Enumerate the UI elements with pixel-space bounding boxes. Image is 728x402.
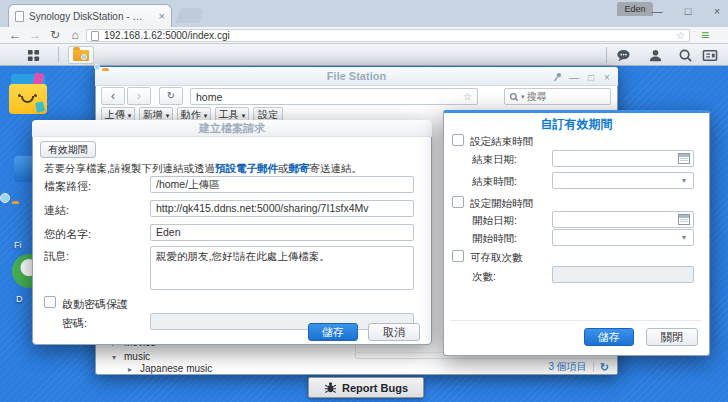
fs-maximize-icon[interactable]: □ [584, 72, 598, 84]
start-date-calendar-icon[interactable] [678, 214, 690, 225]
set-end-time-checkbox[interactable] [452, 134, 464, 146]
tab-close-icon[interactable]: × [159, 11, 165, 22]
validity-period-tab-button[interactable]: 有效期間 [40, 141, 96, 158]
report-bugs-label: Report Bugs [342, 382, 408, 394]
desktop-file-station-label: Fi [14, 240, 22, 250]
window-maximize-button[interactable]: □ [677, 4, 699, 20]
password-label: 密碼: [62, 316, 87, 331]
window-close-button[interactable]: × [706, 4, 728, 20]
end-date-label: 結束日期: [472, 153, 517, 167]
fs-path-text: home [196, 91, 463, 103]
url-page-icon [91, 31, 99, 41]
validity-close-button[interactable]: 關閉 [646, 328, 698, 346]
bug-icon [324, 381, 337, 394]
main-menu-grid-icon [27, 49, 40, 62]
start-date-label: 開始日期: [472, 214, 517, 228]
search-icon [678, 48, 693, 63]
fs-back-button[interactable]: ‹ [101, 87, 125, 105]
validity-save-button[interactable]: 儲存 [584, 328, 634, 346]
tree-item-japanese-music[interactable]: Japanese music [140, 363, 212, 374]
fs-forward-button[interactable]: › [127, 87, 151, 105]
request-cancel-button[interactable]: 取消 [368, 323, 420, 341]
count-label: 次數: [472, 270, 496, 284]
set-start-time-checkbox[interactable] [452, 196, 464, 208]
end-date-field[interactable] [552, 150, 694, 167]
tab-title: Synology DiskStation - … [29, 11, 154, 22]
file-station-folder-icon [73, 50, 89, 61]
fs-minimize-icon[interactable]: — [567, 72, 581, 84]
message-textarea[interactable]: 親愛的朋友,您好!請在此處上傳檔案。 [150, 246, 414, 290]
set-end-time-label: 設定結束時間 [470, 135, 533, 149]
home-icon[interactable]: ⌂ [66, 28, 84, 43]
tab-favicon [15, 11, 24, 22]
access-count-checkbox[interactable] [452, 250, 464, 262]
link-label: 連結: [44, 203, 69, 218]
desktop-download-label: D [16, 294, 23, 304]
tree-arrow-japanese-music[interactable]: ▸ [128, 365, 132, 374]
fs-status-refresh-icon[interactable]: ↻ [600, 361, 609, 373]
enable-password-checkbox[interactable] [44, 296, 56, 308]
chat-bubble-icon [616, 48, 631, 63]
file-path-label: 檔案路徑: [44, 179, 91, 194]
mail-link[interactable]: 郵寄 [288, 162, 309, 174]
fs-search-input[interactable] [527, 91, 589, 102]
fs-path-field[interactable]: home ☆ [190, 88, 478, 105]
new-tab-button[interactable] [176, 8, 205, 23]
fs-search-icon [509, 92, 519, 102]
count-field[interactable] [552, 266, 694, 283]
url-bar[interactable]: 192.168.1.62:5000/index.cgi ☆ [86, 29, 690, 42]
validity-footer-divider [451, 320, 702, 321]
create-request-dialog-title: 建立檔案請求 [32, 120, 432, 137]
file-station-title: File Station [327, 70, 386, 82]
taskbar-file-station-button[interactable] [68, 46, 94, 64]
main-menu-button[interactable] [20, 46, 46, 64]
enable-password-label: 啟動密碼保護 [62, 297, 128, 312]
url-text: 192.168.1.62:5000/index.cgi [104, 30, 671, 41]
fs-pin-icon[interactable] [550, 72, 564, 84]
package-center-icon[interactable] [8, 72, 48, 118]
taskbar-separator-right [606, 47, 607, 63]
bookmark-star-icon[interactable]: ☆ [676, 30, 685, 41]
window-minimize-button[interactable]: — [646, 4, 668, 20]
fs-search-box[interactable]: ▾ [504, 88, 611, 105]
browser-tab[interactable]: Synology DiskStation - … × [8, 4, 172, 27]
access-count-label: 可存取次數 [470, 251, 523, 265]
browser-menu-icon[interactable]: ≡ [701, 28, 709, 43]
person-icon [648, 48, 663, 63]
request-save-button[interactable]: 儲存 [308, 323, 358, 341]
your-name-label: 您的名字: [44, 227, 91, 242]
your-name-field[interactable]: Eden [150, 224, 414, 241]
share-link-field[interactable]: http://qk415.ddns.net:5000/sharing/7I1sf… [150, 200, 414, 217]
start-date-field[interactable] [552, 211, 694, 228]
end-time-dropdown[interactable] [552, 172, 694, 189]
widgets-button[interactable] [702, 48, 718, 67]
forward-icon[interactable]: → [26, 28, 44, 43]
start-time-dropdown[interactable] [552, 229, 694, 246]
notifications-button[interactable] [616, 48, 631, 67]
file-path-field[interactable]: /home/上傳區 [150, 176, 414, 193]
report-bugs-button[interactable]: Report Bugs [308, 377, 424, 398]
reload-icon[interactable]: ↻ [46, 28, 64, 43]
search-button[interactable] [678, 48, 693, 67]
set-start-time-label: 設定開始時間 [470, 197, 533, 211]
fs-favorite-star-icon[interactable]: ☆ [463, 91, 472, 102]
fs-close-icon[interactable]: × [600, 72, 614, 84]
default-email-link[interactable]: 預設電子郵件 [215, 162, 278, 174]
fs-search-caret-icon: ▾ [521, 93, 525, 101]
screen: Synology DiskStation - … × Eden — □ × ← … [0, 0, 728, 402]
tree-arrow-music[interactable]: ▾ [112, 353, 116, 362]
fs-status-separator [593, 362, 594, 372]
end-time-label: 結束時間: [472, 175, 517, 189]
tree-item-music[interactable]: music [124, 351, 150, 362]
share-description: 若要分享檔案,請複製下列連結或透過預設電子郵件或郵寄寄送連結。 [44, 162, 424, 176]
fs-refresh-button[interactable]: ↻ [159, 87, 183, 105]
back-icon[interactable]: ← [6, 28, 24, 43]
end-time-caret-icon: ▾ [682, 176, 686, 185]
fs-item-count: 3 個項目 [548, 360, 586, 374]
fs-status-bar: 3 個項目 ↻ [356, 358, 617, 374]
end-date-calendar-icon[interactable] [678, 153, 690, 164]
taskbar-separator [58, 47, 59, 63]
file-station-titlebar: File Station [95, 67, 618, 86]
message-label: 訊息: [44, 249, 69, 264]
user-options-button[interactable] [648, 48, 663, 67]
